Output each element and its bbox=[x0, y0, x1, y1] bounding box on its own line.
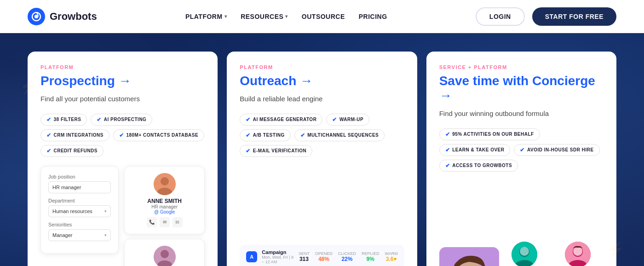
profile1-icons: 📞 ✉ in bbox=[147, 217, 183, 227]
check-icon: ✔ bbox=[246, 116, 251, 123]
ab-stat-opened-a: OPENED 48% bbox=[315, 251, 333, 262]
check-icon: ✔ bbox=[445, 131, 450, 138]
avatar-2 bbox=[154, 246, 176, 266]
seniorities-select[interactable]: Manager ▾ bbox=[48, 229, 111, 241]
tag-contacts-db: ✔ 180M+ CONTACTS DATABASE bbox=[113, 129, 204, 141]
nav-pricing[interactable]: PRICING bbox=[359, 13, 387, 20]
martine-avatar-illustration bbox=[439, 247, 499, 266]
card3-title[interactable]: Save time with Concierge → bbox=[439, 74, 604, 103]
nav-platform-chevron: ▾ bbox=[224, 14, 227, 19]
start-free-button[interactable]: START FOR FREE bbox=[532, 7, 616, 26]
check-icon: ✔ bbox=[46, 148, 52, 154]
check-icon: ✔ bbox=[246, 132, 251, 139]
tag-ab-testing: ✔ A/B TESTING bbox=[240, 129, 290, 141]
nav-actions: LOGIN START FOR FREE bbox=[476, 7, 616, 26]
nav-platform-label: PLATFORM bbox=[185, 13, 223, 20]
nav-resources[interactable]: RESOURCES ▾ bbox=[241, 13, 288, 20]
card-outreach: PLATFORM Outreach → Build a reliable lea… bbox=[227, 52, 417, 266]
profile-panel: ANNE SMITH HR manager @ Google 📞 ✉ in bbox=[124, 166, 205, 266]
card-concierge: SERVICE + PLATFORM Save time with Concie… bbox=[426, 52, 616, 266]
profile1-company: @ Google bbox=[154, 209, 175, 214]
tag-ai-msg: ✔ AI MESSAGE GENERATOR bbox=[240, 114, 322, 126]
check-icon: ✔ bbox=[46, 116, 52, 123]
ab-stat-sent-a: SENT 313 bbox=[299, 251, 310, 262]
profile-card-2: VIOLET BEUREGARDE Human Resources @ Wonk… bbox=[124, 239, 205, 266]
card2-tags: ✔ AI MESSAGE GENERATOR ✔ WARM-UP ✔ A/B T… bbox=[240, 114, 404, 157]
card1-title[interactable]: Prospecting → bbox=[40, 74, 205, 88]
ab-stat-clicked-a: CLICKED 22% bbox=[338, 251, 356, 262]
profile-card-1: ANNE SMITH HR manager @ Google 📞 ✉ in bbox=[124, 166, 205, 234]
ab-campaign-a-sub: Mon, Wed, Fri | 9 – 12 AM bbox=[262, 255, 294, 264]
chevron-down-icon: ▾ bbox=[104, 209, 107, 214]
navbar: Growbots PLATFORM ▾ RESOURCES ▾ OUTSOURC… bbox=[0, 0, 644, 33]
chevron-down-icon: ▾ bbox=[104, 233, 107, 237]
nav-outsource[interactable]: OUTSOURCE bbox=[302, 13, 345, 20]
tag-warmup: ✔ WARM-UP bbox=[326, 114, 369, 126]
logo[interactable]: Growbots bbox=[28, 8, 97, 25]
nav-resources-label: RESOURCES bbox=[241, 13, 283, 20]
card3-platform-label: SERVICE + PLATFORM bbox=[439, 64, 604, 70]
check-icon: ✔ bbox=[246, 148, 251, 154]
tag-filters: ✔ 38 FILTERS bbox=[40, 114, 87, 126]
card-prospecting: PLATFORM Prospecting → Find all your pot… bbox=[28, 52, 218, 266]
cards-container: PLATFORM Prospecting → Find all your pot… bbox=[28, 52, 616, 266]
ab-badge-a: A bbox=[246, 251, 257, 262]
tag-credit-refunds: ✔ CREDIT REFUNDS bbox=[40, 145, 104, 157]
profile1-role: HR manager bbox=[151, 204, 178, 209]
nav-links: PLATFORM ▾ RESOURCES ▾ OUTSOURCE PRICING bbox=[185, 13, 387, 20]
tag-learn-takeover: ✔ LEARN & TAKE OVER bbox=[439, 144, 511, 156]
copywriter-avatar bbox=[565, 242, 591, 266]
tag-95-activities: ✔ 95% ACTIVITIES ON OUR BEHALF bbox=[439, 128, 540, 140]
card1-tags: ✔ 38 FILTERS ✔ AI PROSPECTING ✔ CRM INTE… bbox=[40, 114, 205, 157]
check-icon: ✔ bbox=[520, 147, 525, 153]
department-value: Human resources bbox=[52, 208, 92, 214]
logo-text: Growbots bbox=[50, 11, 97, 23]
nav-pricing-label: PRICING bbox=[359, 13, 387, 20]
card2-ui: A Campaign Mon, Wed, Fri | 9 – 12 AM SEN… bbox=[240, 245, 404, 266]
ab-campaign-a-title: Campaign bbox=[262, 249, 294, 255]
card1-platform-label: PLATFORM bbox=[40, 64, 205, 70]
filter-form: Job position Department Human resources … bbox=[40, 166, 119, 254]
department-select[interactable]: Human resources ▾ bbox=[48, 205, 111, 217]
email-icon: ✉ bbox=[160, 217, 170, 227]
nav-resources-chevron: ▾ bbox=[285, 14, 288, 19]
card1-ui: Job position Department Human resources … bbox=[40, 166, 205, 266]
card3-ui: Martie Concierge Consultant bbox=[439, 238, 604, 266]
linkedin-icon: in bbox=[172, 217, 183, 227]
check-icon: ✔ bbox=[46, 132, 52, 139]
card1-desc: Find all your potential customers bbox=[40, 94, 205, 104]
check-icon: ✔ bbox=[445, 147, 450, 153]
tag-avoid-sdr: ✔ AVOID IN-HOUSE SDR HIRE bbox=[514, 144, 599, 156]
ab-stats-a: SENT 313 OPENED 48% CLICKED 22% REPLIE bbox=[299, 251, 398, 262]
card3-desc: Find your winning outbound formula bbox=[439, 109, 604, 119]
check-icon: ✔ bbox=[97, 116, 102, 123]
check-icon: ✔ bbox=[300, 132, 305, 139]
tag-multichannel: ✔ MULTICHANNEL SEQUENCES bbox=[294, 129, 385, 141]
phone-icon: 📞 bbox=[147, 217, 157, 227]
card3-tags: ✔ 95% ACTIVITIES ON OUR BEHALF ✔ LEARN &… bbox=[439, 128, 604, 172]
check-icon: ✔ bbox=[119, 132, 124, 139]
card2-desc: Build a reliable lead engine bbox=[240, 94, 404, 104]
logo-icon bbox=[28, 8, 45, 25]
avatar-1 bbox=[154, 173, 176, 195]
card2-title[interactable]: Outreach → bbox=[240, 74, 404, 88]
svg-point-3 bbox=[161, 177, 169, 185]
tag-email-verification: ✔ E-MAIL VERIFICATION bbox=[240, 145, 312, 157]
ab-row-a: A Campaign Mon, Wed, Fri | 9 – 12 AM SEN… bbox=[240, 245, 404, 266]
check-icon: ✔ bbox=[445, 162, 450, 169]
check-icon: ✔ bbox=[332, 116, 337, 123]
team-member-copywriter: Copywriter bbox=[556, 242, 600, 266]
nav-platform[interactable]: PLATFORM ▾ bbox=[185, 13, 227, 20]
tag-access-growbots: ✔ ACCESS TO GROWBOTS bbox=[439, 160, 518, 172]
svg-point-20 bbox=[573, 247, 582, 256]
job-position-input[interactable] bbox=[48, 181, 111, 193]
svg-point-16 bbox=[520, 247, 529, 256]
tag-ai-prospecting: ✔ AI PROSPECTING bbox=[91, 114, 152, 126]
ab-stat-replied-a: REPLIED 9% bbox=[362, 251, 380, 262]
team-member-sales: Sales researcher bbox=[502, 242, 546, 266]
hero-section: ⚡ ✦ ◆ ⚡ ✦ ◇ PLATFORM Prospecting → Find … bbox=[0, 33, 644, 266]
job-position-label: Job position bbox=[48, 174, 111, 179]
card2-platform-label: PLATFORM bbox=[240, 64, 404, 70]
login-button[interactable]: LOGIN bbox=[476, 7, 525, 26]
department-label: Department bbox=[48, 198, 111, 203]
